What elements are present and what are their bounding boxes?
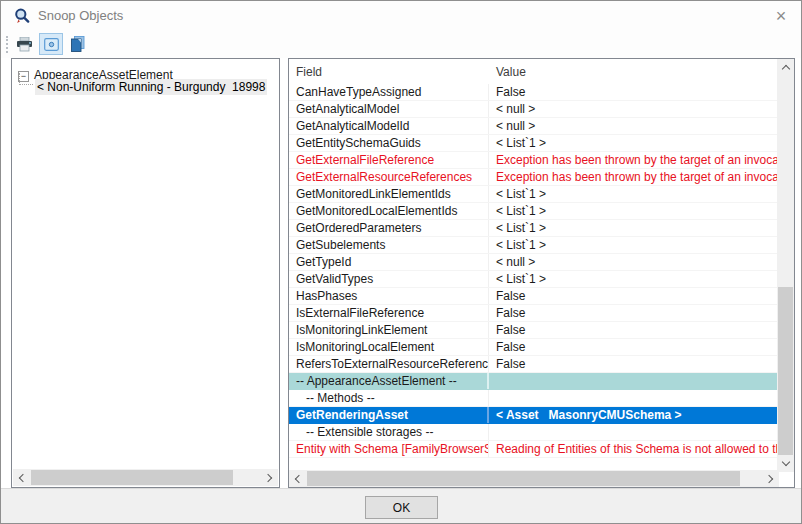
tree-node-selected-child[interactable]: < Non-Uniform Running - Burgundy 18998 [35,79,267,95]
field-cell: GetRenderingAsset [289,407,489,423]
table-row[interactable]: IsExternalFileReferenceFalse [289,305,777,322]
window-title: Snoop Objects [38,1,123,31]
copy-icon [71,36,85,52]
field-cell: GetMonitoredLinkElementIds [289,186,489,202]
printer-icon [16,37,33,52]
scroll-left-icon[interactable] [289,470,306,487]
ok-button[interactable]: OK [365,496,438,519]
snoop-magnifier-icon [14,8,30,24]
table-row[interactable]: CanHaveTypeAssignedFalse [289,84,777,101]
field-cell: GetTypeId [289,254,489,270]
field-cell: GetMonitoredLocalElementIds [289,203,489,219]
copy-button[interactable] [66,33,90,55]
property-grid-rows: CanHaveTypeAssignedFalseGetAnalyticalMod… [289,84,777,458]
field-cell: -- Methods -- [289,390,489,406]
value-cell: < null > [489,254,777,270]
table-row[interactable]: GetRenderingAsset< Asset MasonryCMUSchem… [289,407,777,424]
field-cell: GetValidTypes [289,271,489,287]
value-cell [489,390,777,406]
field-cell: GetEntitySchemaGuids [289,135,489,151]
titlebar: Snoop Objects × [1,1,801,31]
value-cell: False [489,84,777,100]
table-row[interactable]: GetExternalFileReferenceException has be… [289,152,777,169]
print-button[interactable] [12,33,36,55]
scroll-down-icon[interactable] [777,455,794,472]
tree-connector-line [19,73,33,85]
print-preview-button[interactable] [39,33,63,55]
grid-horizontal-scrollbar[interactable] [289,470,779,487]
table-row[interactable]: GetOrderedParameters< List`1 > [289,220,777,237]
tree-hscroll-thumb[interactable] [31,470,233,485]
property-grid-panel: Field Value CanHaveTypeAssignedFalseGetA… [288,58,795,488]
value-cell [489,373,777,389]
value-cell: Reading of Entities of this Schema is no… [489,441,777,457]
field-cell: GetAnalyticalModelId [289,118,489,134]
field-cell: GetSubelements [289,237,489,253]
field-cell: Entity with Schema [FamilyBrowserStat... [289,441,489,457]
table-row[interactable]: -- AppearanceAssetElement -- [289,373,777,390]
value-column-header[interactable]: Value [489,65,777,79]
object-tree-panel: − AppearanceAssetElement < Non-Uniform R… [11,58,280,488]
value-cell: False [489,322,777,338]
table-row[interactable]: IsMonitoringLocalElementFalse [289,339,777,356]
value-cell: Exception has been thrown by the target … [489,169,777,185]
field-column-header[interactable]: Field [289,65,489,79]
value-cell: False [489,356,777,372]
scroll-left-icon[interactable] [13,469,30,486]
value-cell: < List`1 > [489,135,777,151]
grid-header-row: Field Value [289,59,777,84]
field-cell: -- AppearanceAssetElement -- [289,373,489,389]
table-row[interactable]: GetExternalResourceReferencesException h… [289,169,777,186]
snoop-objects-dialog: Snoop Objects × [0,0,802,524]
value-cell: < List`1 > [489,237,777,253]
table-row[interactable]: -- Extensible storages -- [289,424,777,441]
close-icon[interactable]: × [767,3,795,29]
value-cell: < List`1 > [489,271,777,287]
table-row[interactable]: GetEntitySchemaGuids< List`1 > [289,135,777,152]
table-row[interactable]: RefersToExternalResourceReferencesFalse [289,356,777,373]
value-cell: < null > [489,101,777,117]
field-cell: CanHaveTypeAssigned [289,84,489,100]
field-cell: IsMonitoringLocalElement [289,339,489,355]
field-cell: GetExternalResourceReferences [289,169,489,185]
field-cell: IsMonitoringLinkElement [289,322,489,338]
toolbar [1,31,801,58]
table-row[interactable]: GetValidTypes< List`1 > [289,271,777,288]
scroll-right-icon[interactable] [261,469,278,486]
table-row[interactable]: HasPhasesFalse [289,288,777,305]
print-preview-icon [44,38,59,51]
value-cell: < List`1 > [489,220,777,236]
field-cell: GetAnalyticalModel [289,101,489,117]
value-cell: False [489,288,777,304]
toolbar-grip-handle[interactable] [6,36,9,53]
value-cell: False [489,339,777,355]
table-row[interactable]: -- Methods -- [289,390,777,407]
value-cell: < List`1 > [489,203,777,219]
value-cell: False [489,305,777,321]
value-cell [489,424,777,440]
table-row[interactable]: GetAnalyticalModel< null > [289,101,777,118]
scroll-right-icon[interactable] [762,470,779,487]
value-cell: < Asset MasonryCMUSchema > [489,407,777,423]
field-cell: IsExternalFileReference [289,305,489,321]
table-row[interactable]: GetMonitoredLocalElementIds< List`1 > [289,203,777,220]
field-cell: GetOrderedParameters [289,220,489,236]
tree-horizontal-scrollbar[interactable] [13,469,278,486]
table-row[interactable]: GetAnalyticalModelId< null > [289,118,777,135]
footer-bar: OK [1,488,801,524]
table-row[interactable]: GetTypeId< null > [289,254,777,271]
grid-vertical-scrollbar[interactable] [777,59,794,472]
table-row[interactable]: Entity with Schema [FamilyBrowserStat...… [289,441,777,458]
table-row[interactable]: GetSubelements< List`1 > [289,237,777,254]
table-row[interactable]: IsMonitoringLinkElementFalse [289,322,777,339]
field-cell: HasPhases [289,288,489,304]
field-cell: -- Extensible storages -- [289,424,489,440]
table-row[interactable]: GetMonitoredLinkElementIds< List`1 > [289,186,777,203]
property-grid: Field Value CanHaveTypeAssignedFalseGetA… [289,59,777,470]
field-cell: GetExternalFileReference [289,152,489,168]
grid-vscroll-thumb[interactable] [778,287,793,457]
scroll-up-icon[interactable] [777,59,794,76]
value-cell: Exception has been thrown by the target … [489,152,777,168]
value-cell: < List`1 > [489,186,777,202]
grid-hscroll-thumb[interactable] [307,471,740,486]
